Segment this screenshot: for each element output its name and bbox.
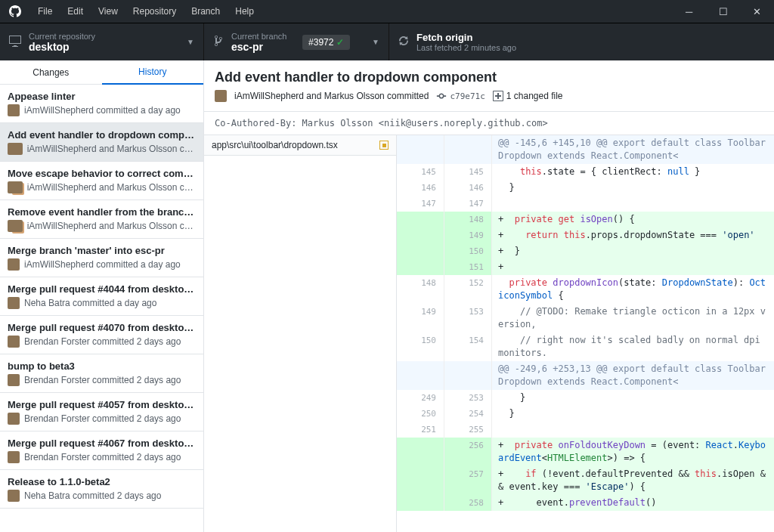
diff-row: 147147 [397,196,774,212]
commit-item-title: Merge pull request #4057 from desktop/… [8,399,196,410]
github-logo-icon [0,5,30,17]
menu-repository[interactable]: Repository [125,0,184,23]
file-path: app\src\ui\toolbar\dropdown.tsx [212,140,338,150]
avatar [8,104,20,116]
check-icon: ✓ [336,37,344,48]
avatar [8,374,20,386]
commit-item[interactable]: Remove event handler from the branches…i… [0,200,203,239]
commit-item[interactable]: Appease linteriAmWillShepherd committed … [0,85,203,123]
commit-item-meta: iAmWillShepherd committed a day ago [24,105,181,116]
menu-file[interactable]: File [30,0,60,23]
menu-help[interactable]: Help [228,0,262,23]
branch-name: esc-pr [231,41,286,53]
diff-row: 148152 private dropdownIcon(state: Dropd… [397,275,774,304]
commit-item[interactable]: Move escape behavior to correct compo…iA… [0,162,203,200]
commit-item-meta: iAmWillShepherd committed a day ago [24,259,181,270]
pr-number: #3972 [308,37,333,48]
toolbar: Current repository desktop ▼ Current bra… [0,23,774,60]
diff-view[interactable]: @@ -145,6 +145,10 @@ export default clas… [397,135,774,532]
tab-changes[interactable]: Changes [0,60,102,85]
sidebar: Changes History Appease linteriAmWillShe… [0,60,204,532]
commit-item[interactable]: Merge pull request #4070 from desktop/…B… [0,316,203,354]
diff-row: 149153 // @TODO: Remake triangle octicon… [397,304,774,332]
fetch-button[interactable]: Fetch origin Last fetched 2 minutes ago [389,23,525,60]
file-list[interactable]: app\src\ui\toolbar\dropdown.tsx [204,135,397,532]
commit-item-meta: Brendan Forster committed 2 days ago [24,375,181,385]
fetch-subtitle: Last fetched 2 minutes ago [416,43,516,52]
repository-dropdown[interactable]: Current repository desktop ▼ [0,23,204,60]
commit-item[interactable]: bump to beta3Brendan Forster committed 2… [0,354,203,393]
avatar [8,143,23,155]
commit-item-meta: iAmWillShepherd and Markus Olsson co… [27,144,196,154]
diff-row: 251255 [397,422,774,438]
commit-sha: c79e71c [436,91,485,101]
minimize-button[interactable]: ─ [672,0,706,23]
menu-view[interactable]: View [91,0,125,23]
commit-item[interactable]: Merge pull request #4057 from desktop/…B… [0,393,203,431]
commit-item-title: Release to 1.1.0-beta2 [8,476,196,487]
avatar [215,90,227,102]
desktop-icon [9,35,21,49]
commit-description: Co-Authored-By: Markus Olsson <niik@user… [204,112,774,135]
commit-item[interactable]: Release to 1.1.0-beta2Neha Batra committ… [0,470,203,509]
commit-detail: Add event handler to dropdown component … [204,60,774,532]
app-menu: FileEditViewRepositoryBranchHelp [30,0,262,23]
sidebar-tabs: Changes History [0,60,203,85]
avatar [8,490,20,502]
branch-dropdown[interactable]: Current branch esc-pr #3972 ✓ ▼ [204,23,389,60]
window-controls: ─ ☐ ✕ [672,0,774,23]
main-area: Changes History Appease linteriAmWillShe… [0,60,774,532]
commit-item-meta: iAmWillShepherd and Markus Olsson co… [27,221,196,231]
diff-row: 258+ event.preventDefault() [397,495,774,511]
maximize-button[interactable]: ☐ [706,0,740,23]
branch-label: Current branch [231,32,286,41]
commit-list[interactable]: Appease linteriAmWillShepherd committed … [0,85,203,532]
commit-item[interactable]: Merge pull request #4044 from desktop/…N… [0,277,203,316]
commit-item-title: Merge pull request #4067 from desktop/… [8,438,196,449]
chevron-down-icon: ▼ [372,38,379,46]
diff-row: 151+ [397,259,774,275]
changed-files-count: 1 changed file [493,90,563,102]
close-button[interactable]: ✕ [740,0,774,23]
diff-row: @@ -249,6 +253,13 @@ export default clas… [397,361,774,390]
commit-item-meta: iAmWillShepherd and Markus Olsson co… [27,182,196,193]
commit-header: Add event handler to dropdown component … [204,60,774,112]
sync-icon [398,35,409,49]
commit-title: Add event handler to dropdown component [215,70,763,85]
avatar [8,297,20,309]
commit-item-meta: Brendan Forster committed 2 days ago [24,413,181,424]
avatar [8,181,23,193]
diff-row: 249253 } [397,390,774,406]
commit-item[interactable]: Merge pull request #4067 from desktop/…B… [0,431,203,470]
diff-row: 250254 } [397,406,774,422]
commit-item-title: bump to beta3 [8,360,196,372]
avatar [8,336,20,348]
pr-status-badge: #3972 ✓ [302,35,350,50]
chevron-down-icon: ▼ [187,38,194,46]
tab-history[interactable]: History [102,60,204,85]
git-branch-icon [213,35,224,49]
menu-edit[interactable]: Edit [60,0,91,23]
diff-row: 150+ } [397,243,774,259]
avatar [8,258,20,271]
avatar [8,451,20,463]
avatar [8,413,20,425]
commit-item-meta: Brendan Forster committed 2 days ago [24,452,181,462]
fetch-title: Fetch origin [416,32,516,43]
commit-item[interactable]: Add event handler to dropdown compon…iAm… [0,123,203,162]
diff-row: 148+ private get isOpen() { [397,212,774,227]
commit-item-title: Remove event handler from the branches… [8,206,196,218]
commit-item[interactable]: Merge branch 'master' into esc-priAmWill… [0,239,203,277]
commit-item-meta: Brendan Forster committed 2 days ago [24,336,181,347]
titlebar: FileEditViewRepositoryBranchHelp ─ ☐ ✕ [0,0,774,23]
commit-item-title: Add event handler to dropdown compon… [8,129,196,141]
diff-row: 146146 } [397,180,774,196]
diff-row: 145145 this.state = { clientRect: null } [397,164,774,180]
menu-branch[interactable]: Branch [184,0,228,23]
commit-item-meta: Neha Batra committed a day ago [24,298,156,308]
commit-item-title: Merge pull request #4070 from desktop/… [8,322,196,333]
file-row[interactable]: app\src\ui\toolbar\dropdown.tsx [204,135,396,156]
modified-icon [379,141,389,150]
avatar [8,220,23,232]
diff-row: 257+ if (!event.defaultPrevented && this… [397,466,774,495]
